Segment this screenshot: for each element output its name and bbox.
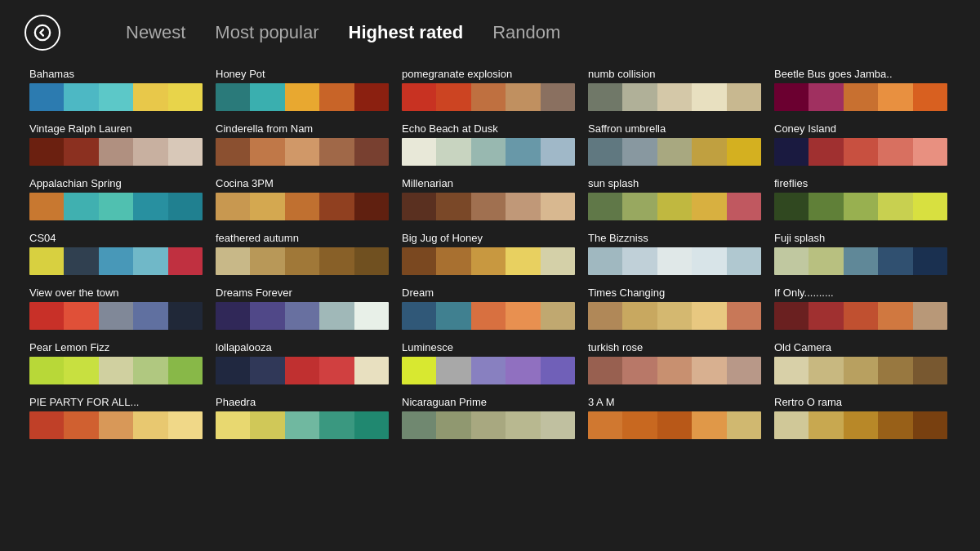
nav-most-popular[interactable]: Most popular [215, 22, 318, 43]
palette-item[interactable]: Vintage Ralph Lauren [24, 118, 211, 172]
color-strip [216, 138, 389, 166]
palette-item[interactable]: PIE PARTY FOR ALL... [24, 391, 211, 446]
palette-item[interactable]: lollapalooza [211, 336, 397, 391]
palette-item[interactable]: Dream [397, 282, 583, 336]
color-swatch [913, 247, 947, 275]
color-swatch [844, 83, 878, 111]
color-swatch [168, 138, 203, 166]
palette-item[interactable]: Bahamas [24, 63, 211, 118]
color-strip [216, 411, 389, 439]
palette-item[interactable]: feathered autumn [211, 227, 397, 282]
color-swatch [622, 83, 657, 111]
color-swatch [319, 411, 354, 439]
color-swatch [878, 411, 912, 439]
color-swatch [588, 357, 622, 384]
color-swatch [29, 83, 64, 111]
palette-item[interactable]: Fuji splash [769, 227, 956, 282]
color-swatch [471, 83, 506, 111]
color-swatch [541, 247, 575, 275]
color-strip [774, 193, 947, 220]
color-swatch [402, 83, 436, 111]
palette-item[interactable]: Times Changing [583, 282, 769, 336]
color-swatch [216, 83, 250, 111]
palette-item[interactable]: Dreams Forever [211, 282, 397, 336]
color-swatch [913, 357, 947, 384]
color-swatch [878, 302, 912, 330]
color-swatch [250, 247, 284, 275]
color-strip [402, 193, 575, 220]
color-swatch [541, 193, 575, 220]
color-swatch [354, 138, 389, 166]
color-swatch [506, 138, 540, 166]
color-swatch [774, 83, 808, 111]
color-swatch [319, 138, 354, 166]
color-swatch [692, 247, 726, 275]
color-swatch [808, 357, 843, 384]
palette-item[interactable]: Appalachian Spring [24, 172, 211, 227]
palette-item[interactable]: numb collision [583, 63, 769, 118]
color-swatch [541, 83, 575, 111]
color-swatch [727, 411, 761, 439]
palette-name: Bahamas [29, 68, 203, 80]
palette-item[interactable]: turkish rose [583, 336, 769, 391]
color-strip [216, 83, 389, 111]
nav-highest-rated[interactable]: Highest rated [349, 22, 464, 43]
color-swatch [506, 411, 540, 439]
palette-name: Appalachian Spring [29, 177, 203, 189]
palette-item[interactable]: Millenarian [397, 172, 583, 227]
color-strip [402, 83, 575, 111]
palette-item[interactable]: sun splash [583, 172, 769, 227]
palette-name: Cocina 3PM [216, 177, 389, 189]
color-swatch [285, 83, 319, 111]
palette-item[interactable]: 3 A M [583, 391, 769, 446]
color-swatch [319, 247, 354, 275]
palette-item[interactable]: Luminesce [397, 336, 583, 391]
palette-item[interactable]: Beetle Bus goes Jamba.. [769, 63, 956, 118]
palette-item[interactable]: Old Camera [769, 336, 956, 391]
color-strip [774, 357, 947, 384]
color-swatch [99, 357, 133, 384]
palette-item[interactable]: Honey Pot [211, 63, 397, 118]
palette-item[interactable]: Pear Lemon Fizz [24, 336, 211, 391]
nav-newest[interactable]: Newest [126, 22, 185, 43]
palette-item[interactable]: The Bizzniss [583, 227, 769, 282]
palette-name: Pear Lemon Fizz [29, 341, 203, 353]
color-swatch [216, 357, 250, 384]
palette-item[interactable]: fireflies [769, 172, 956, 227]
palette-item[interactable]: CS04 [24, 227, 211, 282]
back-button[interactable] [24, 15, 60, 51]
color-swatch [657, 138, 692, 166]
palette-item[interactable]: Saffron umbrella [583, 118, 769, 172]
color-swatch [64, 411, 98, 439]
palette-item[interactable]: Cocina 3PM [211, 172, 397, 227]
color-swatch [808, 193, 843, 220]
color-swatch [216, 411, 250, 439]
color-swatch [133, 357, 167, 384]
palette-item[interactable]: If Only.......... [769, 282, 956, 336]
palette-item[interactable]: Echo Beach at Dusk [397, 118, 583, 172]
palette-name: fireflies [774, 177, 947, 189]
color-strip [588, 193, 761, 220]
color-swatch [808, 411, 843, 439]
palette-item[interactable]: Rertro O rama [769, 391, 956, 446]
palette-item[interactable]: Nicaraguan Prime [397, 391, 583, 446]
color-swatch [844, 357, 878, 384]
color-swatch [402, 302, 436, 330]
palette-item[interactable]: Cinderella from Nam [211, 118, 397, 172]
palette-item[interactable]: Coney Island [769, 118, 956, 172]
nav-random[interactable]: Random [492, 22, 560, 43]
palette-item[interactable]: Big Jug of Honey [397, 227, 583, 282]
palette-item[interactable]: View over the town [24, 282, 211, 336]
color-swatch [402, 247, 436, 275]
color-swatch [216, 247, 250, 275]
color-swatch [64, 247, 98, 275]
color-swatch [29, 193, 64, 220]
palette-item[interactable]: pomegranate explosion [397, 63, 583, 118]
palette-grid: BahamasHoney Potpomegranate explosionnum… [0, 59, 980, 454]
color-strip [29, 83, 203, 111]
color-swatch [354, 83, 389, 111]
color-swatch [354, 247, 389, 275]
color-strip [29, 357, 203, 384]
color-swatch [168, 357, 203, 384]
palette-item[interactable]: Phaedra [211, 391, 397, 446]
